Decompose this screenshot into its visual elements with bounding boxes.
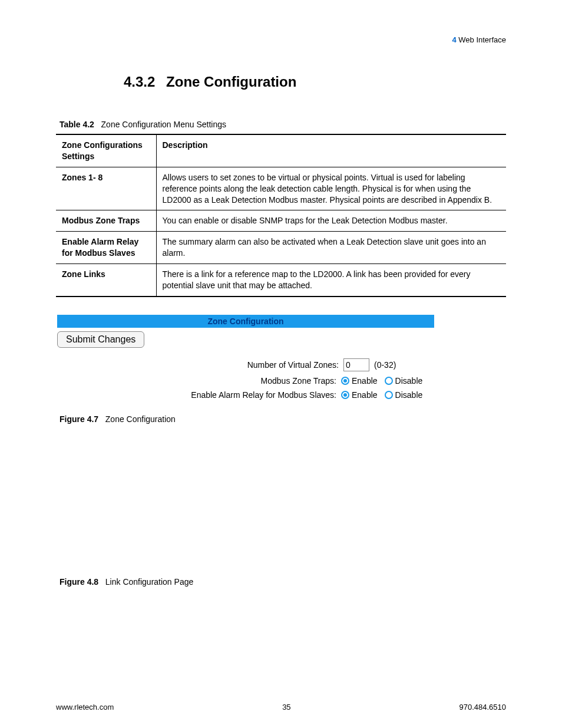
- modbus-traps-enable-radio[interactable]: [341, 377, 349, 385]
- footer-phone: 970.484.6510: [459, 703, 506, 711]
- page-footer: www.rletech.com 35 970.484.6510: [56, 703, 506, 711]
- alarm-relay-enable-radio[interactable]: [341, 391, 349, 399]
- zone-config-banner: Zone Configuration: [57, 315, 434, 328]
- form-area: Number of Virtual Zones: (0-32) Modbus Z…: [56, 358, 433, 400]
- figure-number: Figure 4.8: [59, 577, 98, 587]
- table-row: Zone Links There is a link for a referen…: [56, 264, 506, 297]
- submit-changes-button[interactable]: Submit Changes: [57, 331, 144, 348]
- table-row: Modbus Zone Traps You can enable or disa…: [56, 210, 506, 232]
- table-header-settings: Zone Configurations Settings: [56, 134, 156, 167]
- virtual-zones-input[interactable]: [343, 358, 369, 371]
- chapter-title: Web Interface: [458, 35, 506, 44]
- modbus-traps-row: Modbus Zone Traps: Enable Disable: [56, 376, 433, 386]
- modbus-traps-label: Modbus Zone Traps:: [261, 376, 336, 386]
- setting-description: Allows users to set zones to be virtual …: [156, 167, 506, 210]
- alarm-relay-label: Enable Alarm Relay for Modbus Slaves:: [191, 390, 336, 400]
- virtual-zones-row: Number of Virtual Zones: (0-32): [56, 358, 433, 371]
- page-header: 4 Web Interface: [56, 35, 506, 44]
- zone-config-table: Zone Configurations Settings Description…: [56, 134, 506, 297]
- alarm-relay-radio-group: Enable Disable: [341, 390, 433, 400]
- virtual-zones-label: Number of Virtual Zones:: [247, 360, 339, 370]
- table-header-description: Description: [156, 134, 506, 167]
- setting-name: Enable Alarm Relay for Modbus Slaves: [56, 232, 156, 264]
- disable-label: Disable: [395, 390, 423, 400]
- figure-text: Link Configuration Page: [105, 577, 193, 587]
- alarm-relay-disable-radio[interactable]: [385, 391, 393, 399]
- section-number: 4.3.2: [124, 74, 155, 90]
- zone-config-screenshot: Zone Configuration Submit Changes Number…: [56, 315, 506, 400]
- section-title: Zone Configuration: [166, 74, 296, 90]
- disable-label: Disable: [395, 376, 423, 386]
- figure-7-caption: Figure 4.7 Zone Configuration: [59, 414, 506, 424]
- table-row: Zones 1- 8 Allows users to set zones to …: [56, 167, 506, 210]
- alarm-relay-row: Enable Alarm Relay for Modbus Slaves: En…: [56, 390, 433, 400]
- table-caption-number: Table 4.2: [59, 120, 94, 129]
- table-caption: Table 4.2 Zone Configuration Menu Settin…: [59, 120, 506, 129]
- footer-url: www.rletech.com: [56, 703, 114, 711]
- table-row: Enable Alarm Relay for Modbus Slaves The…: [56, 232, 506, 264]
- section-heading: 4.3.2 Zone Configuration: [124, 74, 506, 90]
- virtual-zones-range: (0-32): [374, 360, 433, 370]
- chapter-number: 4: [452, 35, 456, 44]
- modbus-traps-disable-radio[interactable]: [385, 377, 393, 385]
- figure-number: Figure 4.7: [59, 414, 98, 424]
- table-header-row: Zone Configurations Settings Description: [56, 134, 506, 167]
- enable-label: Enable: [352, 376, 378, 386]
- setting-description: You can enable or disable SNMP traps for…: [156, 210, 506, 232]
- setting-description: There is a link for a reference map to t…: [156, 264, 506, 297]
- table-caption-text: Zone Configuration Menu Settings: [101, 120, 226, 129]
- setting-name: Zone Links: [56, 264, 156, 297]
- setting-name: Zones 1- 8: [56, 167, 156, 210]
- footer-page-number: 35: [282, 703, 290, 711]
- figure-8-caption: Figure 4.8 Link Configuration Page: [59, 577, 506, 587]
- enable-label: Enable: [352, 390, 378, 400]
- modbus-traps-radio-group: Enable Disable: [341, 376, 433, 386]
- setting-name: Modbus Zone Traps: [56, 210, 156, 232]
- setting-description: The summary alarm can also be activated …: [156, 232, 506, 264]
- figure-text: Zone Configuration: [105, 414, 176, 424]
